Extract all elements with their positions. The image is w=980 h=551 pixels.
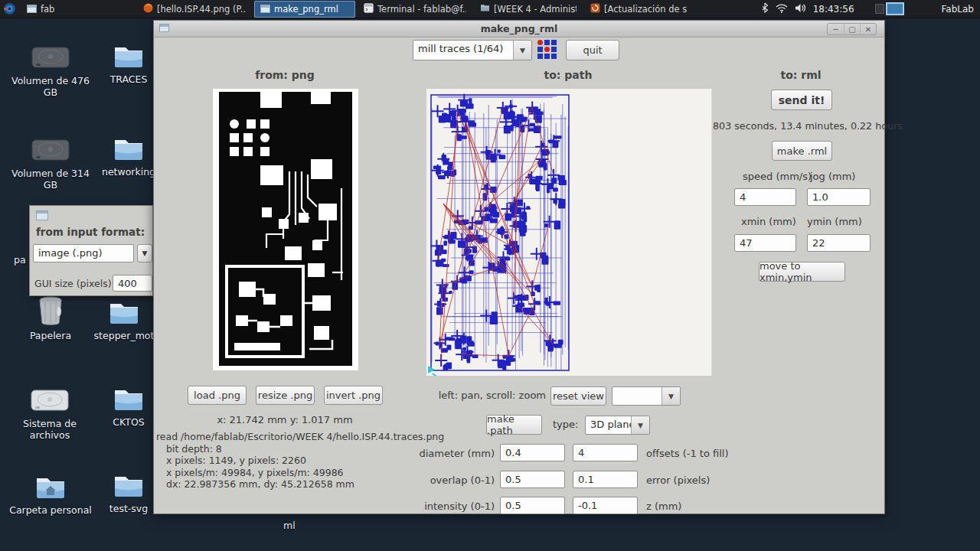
png-preview-image[interactable]: [213, 89, 358, 370]
chevron-down-icon: ▼: [662, 387, 680, 405]
error-input[interactable]: [573, 471, 638, 488]
desktop-icon-label: Sistema de archivos: [4, 418, 96, 441]
dialog-title: from input format:: [36, 226, 145, 238]
type-select[interactable]: 3D plane ▼: [585, 416, 650, 435]
reset-view-button[interactable]: reset view: [550, 386, 606, 406]
update-icon: [590, 3, 600, 15]
jog-input[interactable]: [807, 188, 871, 206]
intensity-label: intensity (0-1): [387, 500, 495, 512]
desktop-icon-filesystem[interactable]: Sistema de archivos: [4, 383, 96, 441]
file-info-line: read /home/fablab/Escritorio/WEEK 4/hell…: [156, 431, 444, 443]
load-png-button[interactable]: load .png: [188, 386, 247, 405]
xmin-input[interactable]: [734, 234, 796, 252]
overlap-label: overlap (0-1): [387, 474, 495, 486]
offsets-input[interactable]: [573, 444, 638, 461]
window-title: make_png_rml: [154, 23, 884, 34]
chevron-down-icon: ▼: [513, 41, 531, 60]
intensity-input[interactable]: [500, 497, 565, 514]
volume-icon[interactable]: [795, 2, 806, 16]
jog-label: jog (mm): [810, 171, 855, 182]
firefox-icon: [143, 3, 153, 15]
overlap-input[interactable]: [500, 471, 565, 488]
taskbar-item-fab[interactable]: fab: [21, 1, 135, 18]
move-to-xmin-ymin-button[interactable]: move to xmin,ymin: [759, 262, 845, 282]
taskbar: fab [hello.ISP.44.png (P... make_png_rml…: [0, 0, 980, 18]
invert-png-button[interactable]: invert .png: [324, 386, 383, 405]
clipped-desktop-label: pa: [14, 254, 26, 266]
dialog-window-icon: [36, 210, 48, 220]
chevron-down-icon: ▼: [631, 416, 649, 434]
time-estimate: 803 seconds, 13.4 minutes, 0.22 hours: [713, 120, 890, 132]
speed-input[interactable]: [734, 188, 796, 206]
taskbar-item-terminal[interactable]: Terminal - fablab@f...: [358, 1, 472, 18]
bluetooth-icon[interactable]: [761, 2, 769, 16]
input-format-arrow-button[interactable]: ▼: [137, 244, 152, 262]
workspace-2-active[interactable]: [886, 2, 904, 15]
close-button[interactable]: ✕: [860, 24, 876, 34]
to-path-heading: to: path: [511, 69, 626, 81]
ymin-label: ymin (mm): [807, 216, 862, 227]
taskbar-item-update[interactable]: [Actualización de so...: [585, 1, 692, 18]
diameter-input[interactable]: [500, 444, 565, 461]
process-select[interactable]: mill traces (1/64) ▼: [413, 40, 532, 60]
type-label: type:: [553, 419, 578, 430]
gui-size-input[interactable]: [113, 275, 152, 292]
workspace-1[interactable]: [875, 4, 884, 14]
taskbar-item-hello-png[interactable]: [hello.ISP.44.png (P...: [138, 1, 251, 18]
folder-icon: [480, 3, 490, 15]
view-select[interactable]: ▼: [612, 386, 681, 406]
wifi-icon[interactable]: [776, 2, 788, 16]
send-it-button[interactable]: send it!: [771, 90, 832, 110]
to-rml-heading: to: rml: [743, 69, 858, 81]
clock[interactable]: 18:43:56: [813, 4, 854, 15]
view-select-value: [612, 387, 662, 405]
error-label: error (pixels): [646, 474, 710, 486]
make-rml-button[interactable]: make .rml: [772, 141, 832, 161]
drive-light-icon: [4, 383, 96, 415]
hostname-label: FabLab: [942, 4, 974, 15]
diameter-label: diameter (mm): [387, 448, 495, 459]
from-png-heading: from: png: [227, 69, 342, 81]
resize-png-button[interactable]: resize .png: [256, 386, 315, 405]
window-controls: ─ ▢ ✕: [827, 23, 877, 35]
input-format-select[interactable]: image (.png): [33, 244, 134, 262]
type-select-value: 3D plane: [586, 416, 631, 434]
window-icon: [27, 5, 37, 13]
clipped-desktop-label: ml: [283, 520, 296, 531]
toolpath-image: [426, 89, 712, 376]
offsets-label: offsets (-1 to fill): [646, 448, 729, 459]
input-format-value: image (.png): [34, 245, 133, 262]
taskbar-item-week4[interactable]: [WEEK 4 - Administr...: [475, 1, 582, 18]
pan-zoom-hint: left: pan, scroll: zoom: [408, 390, 546, 401]
app-launcher-icon[interactable]: [0, 1, 18, 18]
path-preview-canvas[interactable]: [426, 89, 712, 376]
window-icon: [260, 5, 270, 13]
titlebar[interactable]: make_png_rml ─ ▢ ✕: [154, 21, 884, 37]
taskbar-item-make-png-rml[interactable]: make_png_rml: [254, 1, 355, 18]
cursor-position-readout: x: 21.742 mm y: 1.017 mm: [170, 414, 400, 425]
process-value: mill traces (1/64): [413, 41, 513, 60]
make-path-button[interactable]: make .path: [486, 415, 542, 435]
fab-modules-logo-icon: [537, 39, 558, 60]
z-input[interactable]: [573, 497, 638, 514]
xmin-label: xmin (mm): [741, 216, 796, 227]
z-label: z (mm): [646, 500, 681, 512]
maximize-button[interactable]: ▢: [844, 24, 860, 34]
quit-button[interactable]: quit: [566, 40, 619, 60]
gui-size-label: GUI size (pixels):: [34, 278, 115, 289]
format-dialog: from input format: image (.png) ▼ GUI si…: [29, 205, 153, 296]
minimize-button[interactable]: ─: [828, 24, 844, 34]
terminal-icon: [364, 3, 374, 15]
app-window: make_png_rml ─ ▢ ✕ mill traces (1/64) ▼ …: [153, 20, 885, 514]
workspace-pager[interactable]: [875, 2, 904, 15]
speed-label: speed (mm/s): [743, 171, 812, 182]
ymin-input[interactable]: [807, 234, 871, 252]
